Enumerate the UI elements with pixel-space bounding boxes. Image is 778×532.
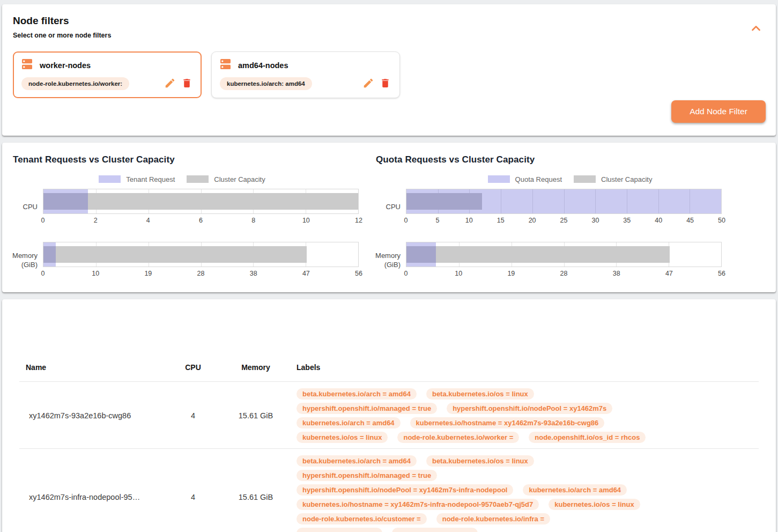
tick-label: 50	[718, 217, 725, 224]
filter-card-list: worker-nodesnode-role.kubernetes.io/work…	[13, 51, 765, 98]
tick-label: 4	[146, 217, 150, 224]
bar-track-wrap: 05101520253035404550	[406, 189, 722, 226]
bar-track	[406, 242, 722, 267]
label-chip: beta.kubernetes.io/os = linux	[426, 388, 534, 400]
label-chip: hypershift.openshift.io/nodePool = xy146…	[447, 403, 612, 414]
table-header-cpu: CPU	[177, 363, 209, 372]
label-chip: beta.kubernetes.io/arch = amd64	[297, 455, 417, 467]
bar-track	[43, 242, 359, 267]
label-chip-line: hypershift.openshift.io/managed = true	[297, 470, 759, 481]
legend-swatch	[488, 175, 510, 183]
legend-swatch	[187, 175, 209, 183]
legend-swatch	[99, 175, 121, 183]
delete-filter-button[interactable]	[379, 77, 391, 90]
label-chip-line: kubernetes.io/os = linuxnode-role.kubern…	[297, 432, 759, 443]
axis-ticks: 024681012	[43, 217, 359, 226]
label-chip: hypershift.openshift.io/managed = true	[297, 403, 437, 414]
tick-label: 0	[404, 217, 408, 224]
page: { "node_filters": { "title": "Node filte…	[0, 0, 778, 532]
axis-row-label: CPU	[376, 189, 406, 226]
axis-row-label: Memory (GiB)	[376, 242, 406, 279]
label-chip: hypershift.openshift.io/nodePool = xy146…	[297, 484, 513, 496]
filter-actions	[362, 77, 391, 90]
filter-label-chip: kubernetes.io/arch: amd64	[220, 77, 312, 90]
request-bar	[406, 242, 436, 267]
tick-label: 56	[355, 270, 362, 277]
collapse-panel-button[interactable]	[751, 25, 761, 33]
edit-filter-button[interactable]	[164, 77, 176, 90]
label-chip-line: hypershift.openshift.io/managed = truehy…	[297, 403, 759, 414]
tick-label: 25	[560, 217, 568, 224]
tick-label: 19	[507, 270, 515, 277]
tick-label: 47	[665, 270, 673, 277]
cell-name: xy1462m7s-93a2e16b-cwg86	[19, 411, 177, 420]
filter-card-worker-nodes[interactable]: worker-nodesnode-role.kubernetes.io/work…	[13, 51, 202, 98]
label-chip-line: node-role.kubernetes.io/customer =node-r…	[297, 513, 759, 524]
label-chip: hypershift.openshift.io/managed = true	[297, 470, 437, 481]
legend-label: Cluster Capacity	[214, 175, 265, 183]
filter-name: worker-nodes	[40, 61, 91, 70]
tick-label: 15	[497, 217, 505, 224]
chart-legend: Quota RequestCluster Capacity	[376, 175, 776, 183]
tick-label: 56	[718, 270, 725, 277]
capacity-bar	[43, 246, 307, 263]
legend-label: Quota Request	[515, 175, 562, 183]
edit-filter-button[interactable]	[362, 77, 375, 90]
cell-name: xy1462m7s-infra-nodepool-95…	[19, 493, 177, 501]
charts-panel: Tenant Requests vs Cluster CapacityTenan…	[2, 143, 776, 292]
tick-label: 10	[92, 270, 99, 277]
request-bar	[43, 189, 88, 213]
add-node-filter-button[interactable]: Add Node Filter	[671, 100, 766, 123]
label-chip: kubernetes.io/hostname = xy1462m7s-infra…	[297, 499, 539, 510]
tick-label: 6	[199, 217, 203, 224]
filter-card-body: kubernetes.io/arch: amd64	[220, 77, 391, 90]
chart-legend: Tenant RequestCluster Capacity	[13, 175, 363, 183]
chart-title: Tenant Requests vs Cluster Capacity	[13, 154, 363, 165]
tick-label: 10	[302, 217, 310, 224]
table-header-labels: Labels	[293, 363, 759, 372]
tick-label: 47	[302, 270, 310, 277]
label-chip	[297, 528, 382, 532]
chart-row-cpu: CPU05101520253035404550	[376, 189, 776, 226]
table-header-name: Name	[19, 363, 177, 372]
server-icon	[21, 58, 33, 72]
tick-label: 10	[455, 270, 462, 277]
cell-labels: beta.kubernetes.io/arch = amd64beta.kube…	[293, 455, 759, 532]
axis-ticks: 0101928384756	[43, 270, 359, 279]
filter-card-amd64-nodes[interactable]: amd64-nodeskubernetes.io/arch: amd64	[211, 51, 400, 98]
chart-row-cpu: CPU024681012	[13, 189, 363, 226]
quota-requests-chart: Quota Requests vs Cluster CapacityQuota …	[363, 154, 776, 292]
bar-track	[406, 189, 722, 214]
chevron-up-icon	[751, 25, 761, 33]
tick-label: 12	[355, 217, 362, 224]
tick-label: 0	[41, 217, 45, 224]
tick-label: 28	[560, 270, 568, 277]
tick-label: 20	[529, 217, 536, 224]
label-chip: kubernetes.io/arch = amd64	[523, 484, 627, 496]
nodes-table-panel: NameCPUMemoryLabels xy1462m7s-93a2e16b-c…	[2, 299, 776, 532]
tick-label: 38	[250, 270, 257, 277]
chart-title: Quota Requests vs Cluster Capacity	[376, 154, 776, 165]
label-chip-line: kubernetes.io/arch = amd64kubernetes.io/…	[297, 417, 759, 428]
label-chip: node-role.kubernetes.io/customer =	[297, 513, 427, 524]
bar-track-wrap: 024681012	[43, 189, 359, 226]
trash-icon	[380, 83, 391, 91]
request-bar	[406, 189, 721, 213]
legend-label: Tenant Request	[126, 175, 175, 183]
chart-row-memory: Memory (GiB)0101928384756	[376, 242, 776, 279]
table-row: xy1462m7s-93a2e16b-cwg86415.61 GiBbeta.k…	[19, 381, 759, 448]
label-chip	[392, 528, 478, 532]
capacity-bar	[406, 246, 670, 263]
label-chip-line: beta.kubernetes.io/arch = amd64beta.kube…	[297, 388, 759, 400]
tenant-requests-chart: Tenant Requests vs Cluster CapacityTenan…	[2, 154, 363, 292]
delete-filter-button[interactable]	[180, 77, 193, 90]
label-chip: node-role.kubernetes.io/worker =	[397, 432, 519, 443]
tick-label: 35	[623, 217, 631, 224]
bar-track-wrap: 0101928384756	[43, 242, 359, 279]
panel-title: Node filters	[13, 15, 765, 27]
label-chip: kubernetes.io/os = linux	[549, 499, 640, 510]
axis-row-label: Memory (GiB)	[13, 242, 43, 279]
tick-label: 10	[465, 217, 473, 224]
label-chip-line: hypershift.openshift.io/nodePool = xy146…	[297, 484, 759, 496]
filter-card-header: amd64-nodes	[220, 58, 391, 72]
